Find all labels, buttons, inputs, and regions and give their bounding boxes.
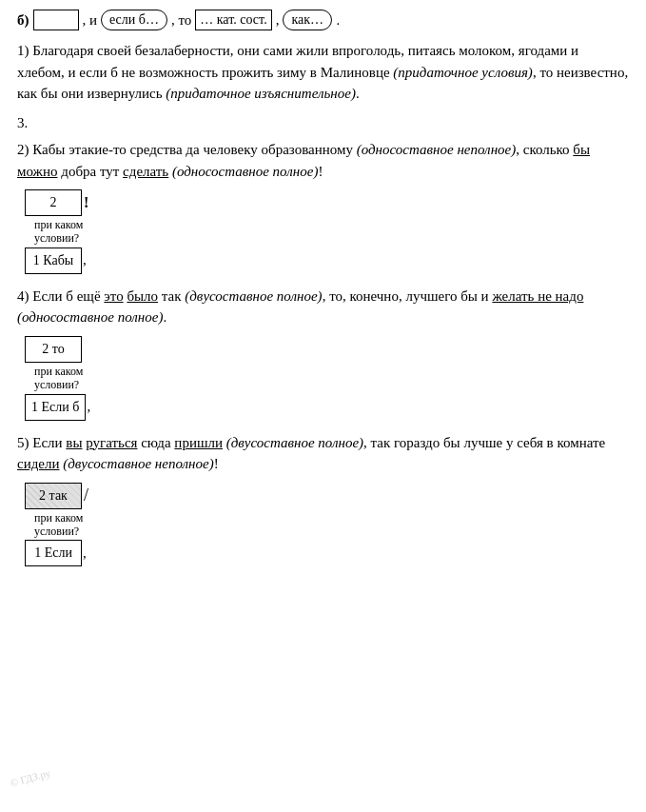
text-period: . — [336, 12, 340, 29]
diag5-connector-label: при какомусловии? — [25, 511, 83, 539]
diag5-top-row: 2 так / — [25, 483, 629, 509]
diag4-bottom-box: 1 Если б — [25, 394, 86, 421]
diag2-comma: , — [83, 252, 87, 268]
word-mozhno: можно — [17, 164, 58, 179]
watermark: © ГДЗ.ру — [9, 767, 51, 789]
diagram-5: 2 так / при какомусловии? 1 Если , — [25, 483, 629, 569]
item1-text: 1) Благодаря своей безалаберности, они с… — [17, 40, 629, 105]
section-b-label: б) — [17, 12, 29, 29]
word-sideli: сидели — [17, 456, 60, 471]
text-comma: , — [276, 12, 280, 29]
diag4-comma: , — [87, 399, 90, 415]
diag2-bottom-row: 1 Кабы , — [25, 248, 87, 274]
word-bylo: было — [127, 288, 158, 304]
item3-number: 3. — [17, 112, 629, 134]
item4-note1: (двусоставное полное) — [185, 288, 322, 304]
item5-note1: (двусоставное полное) — [226, 435, 363, 450]
item2-text: 2) Кабы этакие-то средства да человеку о… — [17, 139, 629, 182]
item1-note1: (придаточное условия) — [393, 65, 533, 80]
diag2-connector-label: при какомусловии? — [25, 218, 83, 246]
item5-text: 5) Если вы ругаться сюда пришли (двусост… — [17, 432, 629, 475]
diag2-top-box: 2 — [25, 189, 82, 216]
word-prishli: пришли — [174, 435, 223, 450]
word-by: бы — [573, 142, 590, 157]
round-box-1: если б… — [101, 10, 167, 30]
item2-number: 2) — [17, 142, 32, 157]
round-box-2: как… — [283, 10, 332, 30]
item4-text: 4) Если б ещё это было так (двусоставное… — [17, 286, 629, 328]
item4-note2: (односоставное полное) — [17, 309, 163, 325]
item2-note2: (односоставное полное) — [172, 164, 318, 179]
bracket-box-1 — [33, 10, 79, 30]
item1-note2: (придаточное изъяснительное) — [166, 86, 356, 101]
diagram-4: 2 то при какомусловии? 1 Если б , — [25, 336, 629, 423]
item1-number: 1) — [17, 43, 32, 58]
diag5-bottom-row: 1 Если , — [25, 540, 87, 566]
text-and: , и — [83, 12, 98, 29]
word-zhelat: желать не надо — [492, 288, 583, 304]
bracket-box-2: … кат. сост. — [195, 10, 271, 30]
word-sdelat: сделать — [123, 164, 168, 179]
word-vy: вы — [66, 435, 82, 450]
item5-note2: (двусоставное неполное) — [63, 456, 213, 471]
item4-number: 4) — [17, 288, 32, 304]
diag4-top-box: 2 то — [25, 336, 82, 363]
text-to: , то — [171, 12, 191, 29]
item5-number: 5) — [17, 435, 32, 450]
item2-note1: (односоставное неполное) — [357, 142, 517, 157]
word-eto: это — [104, 288, 123, 304]
diag5-slash: / — [84, 485, 88, 505]
diag4-bottom-row: 1 Если б , — [25, 394, 90, 421]
diag4-connector-label: при какомусловии? — [25, 365, 83, 392]
diag2-top-row: 2 ! — [25, 189, 629, 216]
diag5-bottom-box: 1 Если — [25, 540, 82, 566]
diag4-top-row: 2 то — [25, 336, 629, 363]
section-b: б) , и если б… , то … кат. сост. , как… … — [17, 10, 629, 30]
diag5-top-box: 2 так — [25, 483, 82, 509]
diag2-bottom-box: 1 Кабы — [25, 248, 82, 274]
diag2-exclaim: ! — [84, 194, 88, 211]
diag5-comma: , — [83, 545, 87, 562]
word-rugatsya: ругаться — [86, 435, 137, 450]
diagram-2: 2 ! при какомусловии? 1 Кабы , — [25, 189, 629, 276]
